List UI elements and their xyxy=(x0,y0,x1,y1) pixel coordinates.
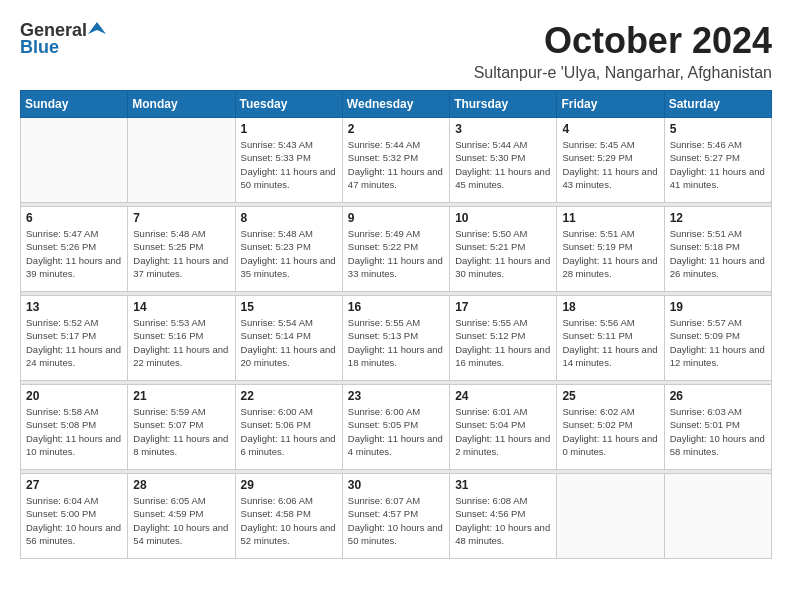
header-saturday: Saturday xyxy=(664,91,771,118)
day-number: 15 xyxy=(241,300,337,314)
day-number: 1 xyxy=(241,122,337,136)
day-number: 19 xyxy=(670,300,766,314)
logo-bird-icon xyxy=(88,20,106,38)
svg-marker-0 xyxy=(88,22,106,34)
day-number: 5 xyxy=(670,122,766,136)
day-number: 26 xyxy=(670,389,766,403)
month-title: October 2024 xyxy=(474,20,772,62)
day-info: Sunrise: 5:52 AMSunset: 5:17 PMDaylight:… xyxy=(26,316,122,369)
day-info: Sunrise: 5:54 AMSunset: 5:14 PMDaylight:… xyxy=(241,316,337,369)
calendar-week-row: 13Sunrise: 5:52 AMSunset: 5:17 PMDayligh… xyxy=(21,296,772,381)
day-info: Sunrise: 5:55 AMSunset: 5:12 PMDaylight:… xyxy=(455,316,551,369)
day-number: 14 xyxy=(133,300,229,314)
calendar-cell: 10Sunrise: 5:50 AMSunset: 5:21 PMDayligh… xyxy=(450,207,557,292)
day-info: Sunrise: 6:04 AMSunset: 5:00 PMDaylight:… xyxy=(26,494,122,547)
calendar-cell: 2Sunrise: 5:44 AMSunset: 5:32 PMDaylight… xyxy=(342,118,449,203)
day-info: Sunrise: 6:00 AMSunset: 5:06 PMDaylight:… xyxy=(241,405,337,458)
calendar-cell: 20Sunrise: 5:58 AMSunset: 5:08 PMDayligh… xyxy=(21,385,128,470)
calendar-cell: 30Sunrise: 6:07 AMSunset: 4:57 PMDayligh… xyxy=(342,474,449,559)
day-number: 11 xyxy=(562,211,658,225)
day-number: 30 xyxy=(348,478,444,492)
day-info: Sunrise: 5:50 AMSunset: 5:21 PMDaylight:… xyxy=(455,227,551,280)
day-number: 7 xyxy=(133,211,229,225)
calendar-cell xyxy=(557,474,664,559)
calendar-title-area: October 2024 Sultanpur-e 'Ulya, Nangarha… xyxy=(474,20,772,82)
day-info: Sunrise: 5:57 AMSunset: 5:09 PMDaylight:… xyxy=(670,316,766,369)
day-info: Sunrise: 5:56 AMSunset: 5:11 PMDaylight:… xyxy=(562,316,658,369)
page-header: General Blue October 2024 Sultanpur-e 'U… xyxy=(20,20,772,82)
header-wednesday: Wednesday xyxy=(342,91,449,118)
calendar-cell: 27Sunrise: 6:04 AMSunset: 5:00 PMDayligh… xyxy=(21,474,128,559)
day-number: 27 xyxy=(26,478,122,492)
calendar-cell: 5Sunrise: 5:46 AMSunset: 5:27 PMDaylight… xyxy=(664,118,771,203)
day-number: 22 xyxy=(241,389,337,403)
day-info: Sunrise: 5:44 AMSunset: 5:30 PMDaylight:… xyxy=(455,138,551,191)
day-number: 6 xyxy=(26,211,122,225)
day-info: Sunrise: 5:45 AMSunset: 5:29 PMDaylight:… xyxy=(562,138,658,191)
day-info: Sunrise: 5:49 AMSunset: 5:22 PMDaylight:… xyxy=(348,227,444,280)
day-number: 31 xyxy=(455,478,551,492)
calendar-cell: 4Sunrise: 5:45 AMSunset: 5:29 PMDaylight… xyxy=(557,118,664,203)
day-info: Sunrise: 6:06 AMSunset: 4:58 PMDaylight:… xyxy=(241,494,337,547)
calendar-cell: 24Sunrise: 6:01 AMSunset: 5:04 PMDayligh… xyxy=(450,385,557,470)
calendar-cell: 31Sunrise: 6:08 AMSunset: 4:56 PMDayligh… xyxy=(450,474,557,559)
calendar-cell: 17Sunrise: 5:55 AMSunset: 5:12 PMDayligh… xyxy=(450,296,557,381)
calendar-cell: 6Sunrise: 5:47 AMSunset: 5:26 PMDaylight… xyxy=(21,207,128,292)
calendar-cell: 19Sunrise: 5:57 AMSunset: 5:09 PMDayligh… xyxy=(664,296,771,381)
day-number: 8 xyxy=(241,211,337,225)
calendar-week-row: 1Sunrise: 5:43 AMSunset: 5:33 PMDaylight… xyxy=(21,118,772,203)
day-info: Sunrise: 5:58 AMSunset: 5:08 PMDaylight:… xyxy=(26,405,122,458)
day-number: 2 xyxy=(348,122,444,136)
day-info: Sunrise: 6:03 AMSunset: 5:01 PMDaylight:… xyxy=(670,405,766,458)
day-info: Sunrise: 5:44 AMSunset: 5:32 PMDaylight:… xyxy=(348,138,444,191)
calendar-cell xyxy=(128,118,235,203)
calendar-cell: 9Sunrise: 5:49 AMSunset: 5:22 PMDaylight… xyxy=(342,207,449,292)
calendar-cell xyxy=(21,118,128,203)
day-info: Sunrise: 5:48 AMSunset: 5:25 PMDaylight:… xyxy=(133,227,229,280)
calendar-cell: 29Sunrise: 6:06 AMSunset: 4:58 PMDayligh… xyxy=(235,474,342,559)
calendar-cell: 26Sunrise: 6:03 AMSunset: 5:01 PMDayligh… xyxy=(664,385,771,470)
day-info: Sunrise: 6:02 AMSunset: 5:02 PMDaylight:… xyxy=(562,405,658,458)
day-number: 18 xyxy=(562,300,658,314)
day-info: Sunrise: 6:00 AMSunset: 5:05 PMDaylight:… xyxy=(348,405,444,458)
day-number: 10 xyxy=(455,211,551,225)
calendar-cell: 25Sunrise: 6:02 AMSunset: 5:02 PMDayligh… xyxy=(557,385,664,470)
header-friday: Friday xyxy=(557,91,664,118)
calendar-cell: 28Sunrise: 6:05 AMSunset: 4:59 PMDayligh… xyxy=(128,474,235,559)
header-sunday: Sunday xyxy=(21,91,128,118)
day-info: Sunrise: 5:55 AMSunset: 5:13 PMDaylight:… xyxy=(348,316,444,369)
header-thursday: Thursday xyxy=(450,91,557,118)
calendar-cell: 18Sunrise: 5:56 AMSunset: 5:11 PMDayligh… xyxy=(557,296,664,381)
calendar-cell: 8Sunrise: 5:48 AMSunset: 5:23 PMDaylight… xyxy=(235,207,342,292)
day-info: Sunrise: 5:47 AMSunset: 5:26 PMDaylight:… xyxy=(26,227,122,280)
calendar-table: SundayMondayTuesdayWednesdayThursdayFrid… xyxy=(20,90,772,559)
day-number: 21 xyxy=(133,389,229,403)
day-info: Sunrise: 5:51 AMSunset: 5:18 PMDaylight:… xyxy=(670,227,766,280)
logo-blue: Blue xyxy=(20,37,59,58)
day-number: 13 xyxy=(26,300,122,314)
calendar-cell: 11Sunrise: 5:51 AMSunset: 5:19 PMDayligh… xyxy=(557,207,664,292)
day-info: Sunrise: 6:07 AMSunset: 4:57 PMDaylight:… xyxy=(348,494,444,547)
day-number: 4 xyxy=(562,122,658,136)
day-number: 25 xyxy=(562,389,658,403)
day-number: 12 xyxy=(670,211,766,225)
calendar-cell: 16Sunrise: 5:55 AMSunset: 5:13 PMDayligh… xyxy=(342,296,449,381)
day-info: Sunrise: 6:08 AMSunset: 4:56 PMDaylight:… xyxy=(455,494,551,547)
day-number: 20 xyxy=(26,389,122,403)
day-info: Sunrise: 5:48 AMSunset: 5:23 PMDaylight:… xyxy=(241,227,337,280)
day-number: 28 xyxy=(133,478,229,492)
calendar-cell: 3Sunrise: 5:44 AMSunset: 5:30 PMDaylight… xyxy=(450,118,557,203)
calendar-cell: 21Sunrise: 5:59 AMSunset: 5:07 PMDayligh… xyxy=(128,385,235,470)
calendar-header-row: SundayMondayTuesdayWednesdayThursdayFrid… xyxy=(21,91,772,118)
day-info: Sunrise: 6:01 AMSunset: 5:04 PMDaylight:… xyxy=(455,405,551,458)
day-number: 17 xyxy=(455,300,551,314)
header-tuesday: Tuesday xyxy=(235,91,342,118)
calendar-cell: 14Sunrise: 5:53 AMSunset: 5:16 PMDayligh… xyxy=(128,296,235,381)
calendar-cell: 1Sunrise: 5:43 AMSunset: 5:33 PMDaylight… xyxy=(235,118,342,203)
calendar-cell: 23Sunrise: 6:00 AMSunset: 5:05 PMDayligh… xyxy=(342,385,449,470)
day-info: Sunrise: 5:53 AMSunset: 5:16 PMDaylight:… xyxy=(133,316,229,369)
calendar-cell: 13Sunrise: 5:52 AMSunset: 5:17 PMDayligh… xyxy=(21,296,128,381)
day-info: Sunrise: 5:51 AMSunset: 5:19 PMDaylight:… xyxy=(562,227,658,280)
day-info: Sunrise: 5:43 AMSunset: 5:33 PMDaylight:… xyxy=(241,138,337,191)
day-number: 29 xyxy=(241,478,337,492)
